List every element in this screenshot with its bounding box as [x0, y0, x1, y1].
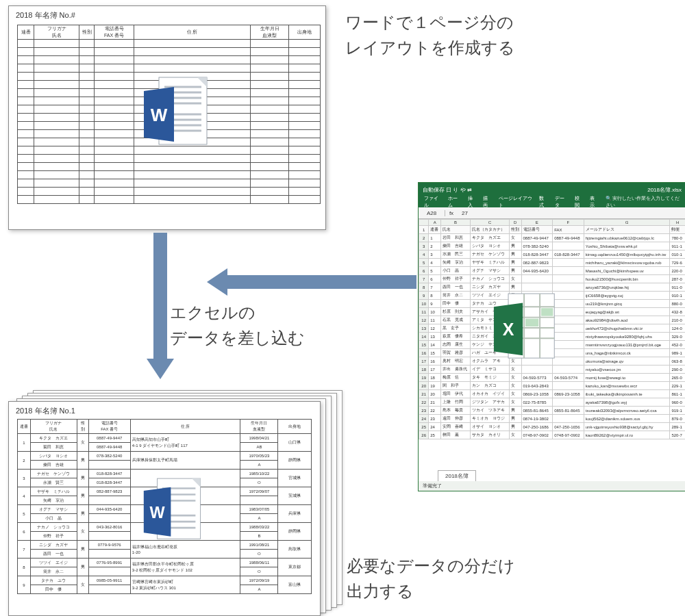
excel-ribbon-tab[interactable]: 挿入 — [468, 195, 476, 209]
excel-formula-value[interactable]: 27 — [458, 210, 468, 216]
caption-word: ワードで１ページ分のレイアウトを作成する — [345, 10, 515, 60]
excel-sheet-tab[interactable]: 2018名簿 — [438, 470, 476, 481]
word-template-doc: 2018 年名簿 No.# 連番フリガナ氏名性別電話番号FAX 番号住 所生年月… — [8, 5, 326, 230]
svg-text:W: W — [150, 504, 166, 522]
word-filled-title: 2018 年名簿 No.1 — [9, 402, 320, 418]
svg-text:X: X — [503, 320, 514, 339]
excel-filename: 2018名簿.xlsx — [647, 186, 682, 194]
excel-ribbon-tab[interactable]: 数式 — [539, 195, 547, 209]
svg-rect-30 — [541, 308, 553, 316]
excel-tell-me[interactable]: 🔍 実行したい作業を入力してください — [606, 195, 680, 209]
excel-icon: X — [493, 291, 558, 365]
excel-ribbon-tab[interactable]: データ — [555, 195, 568, 209]
word-icon: W — [142, 75, 211, 153]
word-icon: W — [142, 476, 204, 547]
excel-status-bar: 準備完了 — [419, 481, 685, 491]
excel-name-box[interactable]: A28 — [419, 210, 445, 216]
excel-formula-bar[interactable]: A28 fx 27 — [419, 207, 685, 219]
excel-ribbon[interactable]: ファイルホーム挿入描画ページレイアウト数式データ校閲表示🔍 実行したい作業を入力… — [419, 196, 685, 207]
word-template-title: 2018 年名簿 No.# — [9, 6, 325, 22]
excel-ribbon-tab[interactable]: 描画 — [483, 195, 491, 209]
caption-merge: エクセルのデータを差し込む — [170, 300, 305, 350]
arrow-down — [147, 233, 174, 383]
excel-ribbon-tab[interactable]: ホーム — [448, 195, 461, 209]
fx-icon: fx — [445, 210, 458, 216]
svg-rect-29 — [525, 319, 538, 327]
caption-output: 必要なデータの分だけ出力する — [347, 553, 515, 604]
excel-ribbon-tab[interactable]: 校閲 — [575, 195, 583, 209]
word-filled-doc: 2018 年名簿 No.1 連番フリガナ氏名性別電話番号FAX 番号住 所生年月… — [8, 401, 321, 616]
svg-text:W: W — [151, 105, 168, 125]
excel-ribbon-tab[interactable]: ファイル — [424, 195, 441, 209]
arrow-left — [207, 268, 416, 296]
excel-window: 自動保存 日 り や ⇄ 2018名簿.xlsx ファイルホーム挿入描画ページレ… — [418, 182, 685, 491]
excel-ribbon-tab[interactable]: 表示 — [590, 195, 598, 209]
excel-ribbon-tab[interactable]: ページレイアウト — [499, 195, 533, 209]
excel-titlebar: 自動保存 日 り や ⇄ 2018名簿.xlsx — [419, 183, 685, 196]
